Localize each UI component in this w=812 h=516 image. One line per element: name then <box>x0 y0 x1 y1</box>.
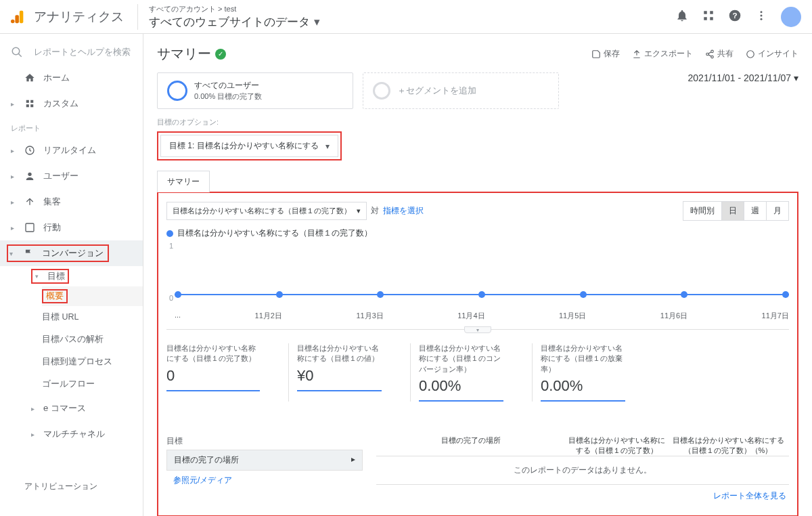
full-report-link[interactable]: レポート全体を見る <box>376 484 789 507</box>
sidebar-item-home[interactable]: ホーム <box>0 65 143 91</box>
svg-rect-15 <box>30 100 33 103</box>
select-metric-link[interactable]: 指標を選択 <box>383 205 424 217</box>
sidebar-item-overview[interactable]: 概要 <box>42 286 143 306</box>
line-chart[interactable]: 1 0 ... 11月2日 11月3日 11月4日 11月 <box>166 242 789 330</box>
segment-all-users[interactable]: すべてのユーザー0.00% 目標の完了数 <box>157 72 353 109</box>
apps-icon[interactable] <box>702 9 715 24</box>
avatar[interactable] <box>781 7 801 27</box>
sidebar-item-behavior[interactable]: ▸行動 <box>0 215 143 240</box>
share-button[interactable]: 共有 <box>705 48 734 60</box>
chart-resize-handle[interactable]: ▾ <box>464 326 491 333</box>
table-heading: 目標 <box>166 435 363 447</box>
sidebar-item-realtime[interactable]: ▸リアルタイム <box>0 137 143 163</box>
metric-card-completions: 目標名は分かりやすい名称にする（目標１の完了数）0 <box>166 343 268 402</box>
sidebar-item-goal-path[interactable]: 目標パスの解析 <box>42 328 143 351</box>
data-point[interactable] <box>478 291 485 298</box>
svg-point-12 <box>12 47 20 55</box>
sidebar-section-reports: レポート <box>0 116 143 137</box>
data-point[interactable] <box>681 291 687 298</box>
svg-rect-4 <box>710 11 713 14</box>
help-icon[interactable]: ? <box>728 9 742 24</box>
time-month-button[interactable]: 月 <box>767 202 788 220</box>
x-label: 11月5日 <box>559 311 586 321</box>
sidebar-item-multichannel[interactable]: ▸マルチチャネル <box>31 421 143 447</box>
segment-add[interactable]: ＋セグメントを追加 <box>363 72 559 109</box>
data-point[interactable] <box>580 291 587 298</box>
svg-rect-5 <box>704 17 707 20</box>
save-icon <box>591 49 601 59</box>
metric-card-value: 目標名は分かりやすい名称にする（目標１の値）¥0 <box>288 343 390 402</box>
sidebar-item-custom[interactable]: ▸カスタム <box>0 91 143 116</box>
x-label: 11月3日 <box>356 311 383 321</box>
table-dimension-place[interactable]: 目標の完了の場所▸ <box>166 450 363 471</box>
time-hour-button[interactable]: 時間別 <box>683 202 722 220</box>
more-icon[interactable] <box>755 9 767 24</box>
segment-add-circle-icon <box>373 82 390 100</box>
svg-rect-1 <box>15 15 19 23</box>
svg-rect-20 <box>26 223 34 232</box>
acquisition-icon <box>24 196 35 207</box>
data-point[interactable] <box>377 291 384 298</box>
x-label: ... <box>175 311 181 321</box>
data-point[interactable] <box>276 291 283 298</box>
svg-rect-14 <box>26 100 29 103</box>
sidebar-item-goals[interactable]: ▾目標 <box>31 266 143 286</box>
metric-card-abandon-rate: 目標名は分かりやすい名称にする（目標１の放棄率）0.00% <box>532 343 633 402</box>
flag-icon <box>24 249 33 258</box>
svg-point-22 <box>706 53 709 56</box>
user-icon <box>24 171 35 181</box>
analytics-logo-icon <box>11 9 26 24</box>
sidebar-item-attribution[interactable]: アトリビューション <box>0 474 143 499</box>
sidebar-item-goal-funnel[interactable]: 目標到達プロセス <box>42 351 143 373</box>
insight-button[interactable]: インサイト <box>746 48 798 60</box>
chart-container: 目標名は分かりやすい名称にする（目標１の完了数）▾ 対 指標を選択 時間別 日 … <box>157 192 798 516</box>
notifications-icon[interactable] <box>675 9 689 24</box>
table-dimension-source[interactable]: 参照元/メディア <box>166 471 363 490</box>
svg-point-9 <box>761 11 763 13</box>
sidebar-item-goal-flow[interactable]: ゴールフロー <box>42 373 143 395</box>
metric-selector[interactable]: 目標名は分かりやすい名称にする（目標１の完了数）▾ <box>166 202 367 220</box>
sidebar-item-conversion[interactable]: ▾コンバージョン <box>0 240 143 266</box>
clock-icon <box>24 145 35 156</box>
table-col-place: 目標の完了の場所 <box>376 435 566 456</box>
brand-title: アナリティクス <box>34 8 124 26</box>
sidebar-search[interactable]: レポートとヘルプを検索 <box>0 39 143 65</box>
svg-point-10 <box>761 15 763 17</box>
app-header: アナリティクス すべてのアカウント > test すべてのウェブサイトのデータ … <box>0 0 812 34</box>
sidebar-item-ecommerce[interactable]: ▸e コマース <box>31 395 143 421</box>
export-button[interactable]: エクスポート <box>632 48 693 60</box>
svg-rect-3 <box>704 11 707 14</box>
home-icon <box>24 72 35 83</box>
page-title: サマリー✓ <box>157 45 226 63</box>
sidebar-item-user[interactable]: ▸ユーザー <box>0 163 143 189</box>
goal-option-selector[interactable]: 目標 1: 目標名は分かりやすい名称にする▾ <box>160 135 338 157</box>
data-point[interactable] <box>782 291 789 298</box>
time-week-button[interactable]: 週 <box>744 202 767 220</box>
tab-summary[interactable]: サマリー <box>157 171 210 192</box>
no-data-message: このレポートのデータはありません。 <box>376 456 789 484</box>
time-day-button[interactable]: 日 <box>722 202 744 220</box>
sidebar-item-goal-url[interactable]: 目標 URL <box>42 306 143 328</box>
svg-rect-17 <box>30 104 33 107</box>
svg-point-19 <box>28 173 31 176</box>
export-icon <box>632 49 641 59</box>
save-button[interactable]: 保存 <box>591 48 620 60</box>
x-label: 11月7日 <box>762 311 789 321</box>
behavior-icon <box>24 222 35 233</box>
insight-icon <box>746 49 755 59</box>
verified-icon: ✓ <box>215 49 226 60</box>
svg-point-21 <box>711 50 714 53</box>
breadcrumb[interactable]: すべてのアカウント > test <box>149 4 675 14</box>
property-selector[interactable]: すべてのウェブサイトのデータ ▾ <box>149 14 675 30</box>
svg-point-11 <box>761 18 763 20</box>
svg-point-2 <box>11 19 15 22</box>
sidebar-item-acquisition[interactable]: ▸集客 <box>0 189 143 215</box>
data-point[interactable] <box>175 291 181 298</box>
segment-circle-icon <box>167 81 187 101</box>
date-range-picker[interactable]: 2021/11/01 - 2021/11/07 ▾ <box>688 72 798 83</box>
svg-rect-16 <box>26 104 29 107</box>
svg-rect-6 <box>710 17 713 20</box>
main-content: サマリー✓ 保存 エクスポート 共有 インサイト すべてのユーザー0.00% 目… <box>143 34 812 516</box>
x-label: 11月4日 <box>457 311 484 321</box>
vs-label: 対 <box>371 205 379 217</box>
